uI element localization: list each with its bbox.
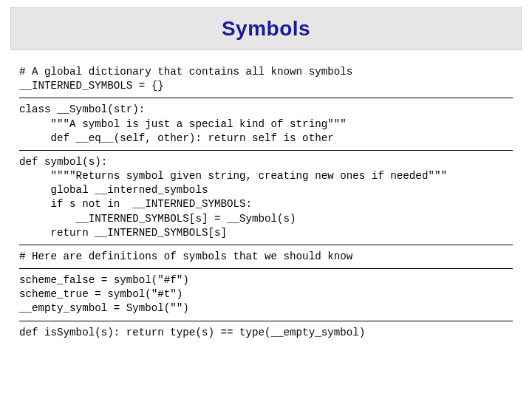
- code-area: # A global dictionary that contains all …: [0, 56, 532, 344]
- slide-title: Symbols: [11, 17, 521, 41]
- code-block-4: # Here are definitions of symbols that w…: [19, 245, 513, 269]
- slide-title-bar: Symbols: [10, 7, 522, 50]
- code-block-5: scheme_false = symbol("#f") scheme_true …: [19, 269, 513, 321]
- code-block-2: class __Symbol(str): """A symbol is just…: [19, 98, 513, 151]
- code-block-6: def isSymbol(s): return type(s) == type(…: [19, 321, 513, 344]
- code-block-1: # A global dictionary that contains all …: [19, 61, 513, 98]
- code-block-3: def symbol(s): """"Returns symbol given …: [19, 151, 513, 245]
